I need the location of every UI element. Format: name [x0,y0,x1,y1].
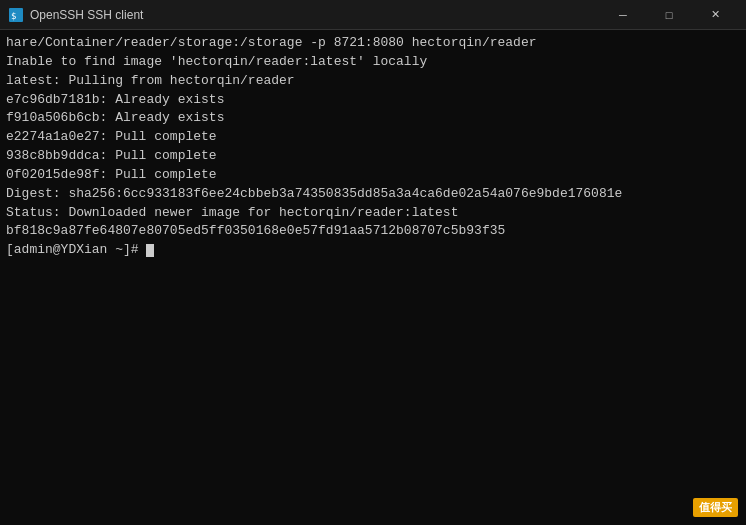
title-bar: $ OpenSSH SSH client ─ □ ✕ [0,0,746,30]
window-controls: ─ □ ✕ [600,0,738,30]
terminal-line: f910a506b6cb: Already exists [6,109,740,128]
terminal-line: Digest: sha256:6cc933183f6ee24cbbeb3a743… [6,185,740,204]
terminal-line: Status: Downloaded newer image for hecto… [6,204,740,223]
terminal-line: [admin@YDXian ~]# [6,241,740,260]
maximize-button[interactable]: □ [646,0,692,30]
terminal-line: 938c8bb9ddca: Pull complete [6,147,740,166]
terminal-line: 0f02015de98f: Pull complete [6,166,740,185]
terminal-line: latest: Pulling from hectorqin/reader [6,72,740,91]
watermark-badge: 值得买 [693,498,738,517]
terminal-output: hare/Container/reader/storage:/storage -… [0,30,746,525]
close-button[interactable]: ✕ [692,0,738,30]
terminal-cursor [146,244,154,257]
app-icon: $ [8,7,24,23]
terminal-line: hare/Container/reader/storage:/storage -… [6,34,740,53]
terminal-line: e2274a1a0e27: Pull complete [6,128,740,147]
svg-text:$: $ [11,11,16,21]
terminal-line: bf818c9a87fe64807e80705ed5ff0350168e0e57… [6,222,740,241]
terminal-line: e7c96db7181b: Already exists [6,91,740,110]
minimize-button[interactable]: ─ [600,0,646,30]
terminal-line: Inable to find image 'hectorqin/reader:l… [6,53,740,72]
window-title: OpenSSH SSH client [30,8,600,22]
